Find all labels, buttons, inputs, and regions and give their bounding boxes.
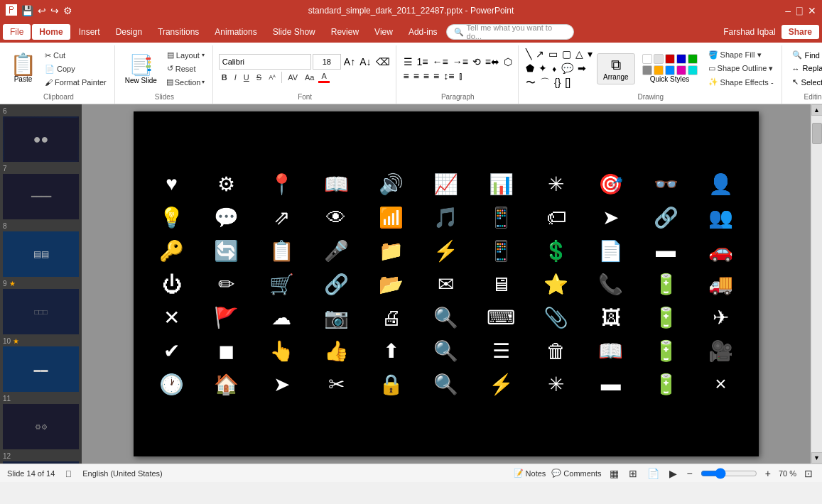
view-reading-button[interactable]: 📄 [645,467,661,480]
strikethrough-button[interactable]: S [254,72,264,82]
font-name-input[interactable] [219,54,311,70]
shape-fill-button[interactable]: 🪣 Shape Fill ▾ [705,49,777,61]
smartart-button[interactable]: ⬡ [502,55,514,68]
italic-button[interactable]: I [232,72,239,82]
decrease-font-button[interactable]: A↓ [358,55,372,68]
columns-button[interactable]: ⫿ [457,70,465,82]
share-button[interactable]: Share [782,25,819,39]
font-size-input[interactable] [313,54,341,70]
line-spacing-button[interactable]: ↕≡ [442,70,455,82]
align-center-button[interactable]: ≡ [412,70,421,82]
zoom-in-button[interactable]: + [763,467,773,480]
reset-button[interactable]: ↺ Reset [163,62,208,75]
paste-button[interactable]: 📋 Paste [7,53,39,84]
pentagon-shape[interactable]: ⬟ [524,62,536,75]
bold-button[interactable]: B [219,72,230,82]
notes-button[interactable]: 📝 Notes [514,469,546,478]
align-text-button[interactable]: ≡⬌ [484,55,501,68]
clear-format-button[interactable]: ⌫ [374,55,391,68]
cut-button[interactable]: ✂ Cut [41,50,110,62]
triangle-shape[interactable]: △ [574,48,585,60]
callout-shape[interactable]: 💬 [560,62,575,75]
quick-access-save[interactable]: 💾 [21,5,33,16]
slide-thumb-9[interactable]: □□□ [3,289,79,334]
quick-access-undo[interactable]: ↩ [38,5,46,16]
copy-button[interactable]: 📄 Copy [41,63,110,75]
slide-thumb-12[interactable]: ▒▒ [3,461,79,464]
comments-button[interactable]: 💬 Comments [551,469,601,478]
fontcolor-button[interactable]: A [318,71,329,83]
menu-review[interactable]: Review [324,24,366,40]
rect-shape[interactable]: ▭ [547,48,559,60]
menu-insert[interactable]: Insert [72,24,107,40]
close-button[interactable]: ✕ [808,5,816,16]
arrange-button[interactable]: ⧉ Arrange [597,53,635,84]
menu-view[interactable]: View [367,24,400,40]
menu-transitions[interactable]: Transitions [151,24,206,40]
line-shape[interactable]: ╲ [524,48,533,60]
new-slide-button[interactable]: 📑 New Slide [121,52,161,86]
scroll-down-button[interactable]: ▼ [811,452,823,464]
bullets-button[interactable]: ☰ [402,55,414,68]
quick-styles-button[interactable]: Quick Styles [638,51,702,86]
select-button[interactable]: ↖ Select - [788,76,822,88]
underline-button[interactable]: U [241,72,252,82]
tell-me-box[interactable]: 🔍 Tell me what you want to do... [446,24,574,40]
menu-file[interactable]: File [3,24,31,40]
fit-to-window-button[interactable]: ⊡ [802,467,815,480]
slide-num-12: 12 [3,452,79,461]
shape-outline-button[interactable]: ▭ Shape Outline ▾ [705,62,777,75]
find-button[interactable]: 🔍 Find [788,49,822,61]
slide-thumb-8[interactable]: ▤▤ [3,231,79,277]
menu-home[interactable]: Home [32,24,70,40]
view-slide-sorter-button[interactable]: ⊞ [627,467,639,480]
view-slideshow-button[interactable]: ▶ [667,467,679,480]
increase-indent-button[interactable]: →≡ [451,55,470,68]
align-left-button[interactable]: ≡ [402,70,411,82]
decrease-indent-button[interactable]: ←≡ [431,55,449,68]
bracket-shape[interactable]: {} [553,76,562,90]
zoom-slider[interactable] [701,468,757,479]
slide-canvas[interactable]: ♥ ⚙ 📍 📖 🔊 📈 📊 ✳ 🎯 👓 👤 💡 💬 ⇗ 👁 📶 🎵 📱 [134,111,759,456]
section-button[interactable]: ▤ Section ▾ [163,76,208,88]
slide-thumb-10[interactable]: ▬▬ [3,346,79,392]
menu-addins[interactable]: Add-ins [401,24,445,40]
replace-button[interactable]: ↔ Replace ▾ [788,62,822,75]
slide-thumb-7[interactable]: ━━━━ [3,174,79,219]
menu-design[interactable]: Design [109,24,149,40]
smallcaps-button[interactable]: Aᴬ [266,73,278,82]
zoom-out-button[interactable]: − [685,467,695,480]
minimize-button[interactable]: – [785,5,791,16]
arrow-shape[interactable]: ↗ [534,48,546,60]
star-shape[interactable]: ✦ [537,62,548,75]
quick-access-customize[interactable]: ⚙ [63,5,72,16]
layout-button[interactable]: ▤ Layout ▾ [163,49,208,61]
increase-font-button[interactable]: A↑ [342,55,357,68]
diamond-shape[interactable]: ⬧ [550,62,558,75]
bracket2-shape[interactable]: [] [563,76,572,90]
block-arrow[interactable]: ➡ [576,62,588,75]
align-right-button[interactable]: ≡ [422,70,431,82]
restore-button[interactable]: ⎕ [796,5,802,16]
menu-slideshow[interactable]: Slide Show [266,24,323,40]
wave-shape[interactable]: 〜 [524,76,537,90]
text-direction-button[interactable]: ⟲ [471,55,482,68]
scroll-up-button[interactable]: ▲ [811,104,823,116]
moreshapes-btn[interactable]: ▾ [586,48,594,60]
view-normal-button[interactable]: ▦ [607,467,621,480]
icon-car: 🚗 [694,235,747,267]
charspacing-button[interactable]: AV [285,72,301,82]
quick-access-redo[interactable]: ↪ [50,5,59,16]
slide-thumb-6[interactable]: ●● [3,116,79,162]
scroll-thumb[interactable] [812,123,822,144]
roundrect-shape[interactable]: ▢ [561,48,573,60]
justify-button[interactable]: ≡ [432,70,440,82]
numbering-button[interactable]: 1≡ [416,55,430,68]
scroll-track[interactable] [811,116,822,452]
textcase-button[interactable]: Aa [302,72,317,82]
slide-thumb-11[interactable]: ⚙⚙ [3,404,79,449]
curve-shape[interactable]: ⌒ [539,76,551,90]
format-painter-button[interactable]: 🖌 Format Painter [41,77,110,88]
shape-effects-button[interactable]: ✨ Shape Effects - [705,76,777,88]
menu-animations[interactable]: Animations [207,24,264,40]
